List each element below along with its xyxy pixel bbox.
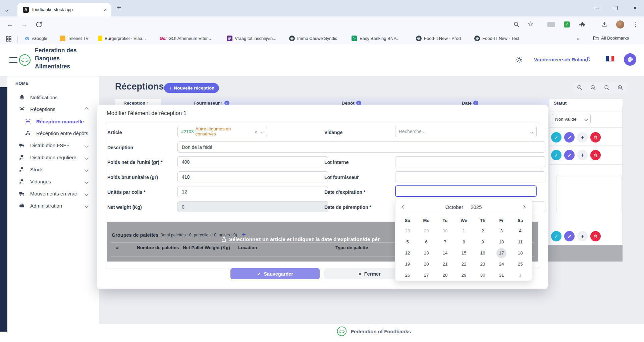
zoom-out-icon[interactable] xyxy=(590,84,596,91)
bookmark-foodit-test[interactable]: Food-IT New - Test xyxy=(474,36,519,41)
chevron-down-icon[interactable] xyxy=(261,129,263,134)
calendar-day[interactable]: 22 xyxy=(454,259,473,270)
edit-button[interactable] xyxy=(564,132,575,142)
hamburger-menu-icon[interactable] xyxy=(9,57,17,63)
calendar-day[interactable]: 14 xyxy=(436,247,454,259)
clear-icon[interactable]: × xyxy=(255,129,258,134)
bookmark-immo[interactable]: Immo Cauwe Syndic xyxy=(289,36,337,41)
calendar-day[interactable]: 16 xyxy=(473,247,492,259)
back-icon[interactable]: ← xyxy=(7,21,13,28)
save-button[interactable]: ✓ Sauvegarder xyxy=(230,268,320,279)
add-button[interactable]: + xyxy=(577,231,588,241)
delete-button[interactable] xyxy=(590,150,601,160)
forward-icon[interactable]: → xyxy=(21,21,28,28)
calendar-day[interactable]: 19 xyxy=(398,259,417,270)
apps-grid-icon[interactable] xyxy=(6,36,11,42)
window-maximize-button[interactable] xyxy=(611,3,621,13)
calendar-day[interactable]: 10 xyxy=(492,236,511,247)
add-button[interactable]: + xyxy=(577,150,588,160)
date-expiration-input[interactable] xyxy=(395,185,537,197)
sidebar-item-distribution-fse[interactable]: Distribution FSE+ xyxy=(19,140,90,150)
checker-extension-icon[interactable]: ✓ xyxy=(564,21,570,27)
poids-net-input[interactable] xyxy=(177,156,328,167)
new-reception-button[interactable]: + Nouvelle réception xyxy=(164,83,219,93)
calendar-day[interactable]: 30 xyxy=(473,270,492,281)
lot-fournisseur-input[interactable] xyxy=(395,171,545,182)
article-select[interactable]: #2103 Autre légumes en conserves × xyxy=(177,126,267,137)
new-tab-button[interactable]: + xyxy=(117,3,121,12)
add-button[interactable]: + xyxy=(577,132,588,142)
bookmark-burgerprofiel[interactable]: Burgerprofiel - Vlaa... xyxy=(98,36,146,41)
calendar-day[interactable]: 7 xyxy=(436,236,454,247)
calendar-day[interactable]: 11 xyxy=(511,236,530,247)
window-minimize-button[interactable] xyxy=(592,3,601,13)
theme-palette-button[interactable] xyxy=(624,53,636,66)
status-select[interactable]: Non validé xyxy=(552,114,591,124)
person-icon[interactable] xyxy=(585,56,592,63)
sidebar-item-reception-entre-depots[interactable]: Réception entre dépôts xyxy=(25,128,95,138)
zoom-in-icon[interactable] xyxy=(617,84,624,91)
calendar-day[interactable]: 12 xyxy=(398,247,417,259)
poids-brut-input[interactable] xyxy=(177,171,328,182)
bookmark-vraag[interactable]: Vraag tot inschrijvin... xyxy=(227,36,276,41)
sidebar-item-reception-manuelle[interactable]: Réception manuelle xyxy=(25,117,92,126)
calendar-day[interactable]: 15 xyxy=(454,247,473,259)
calendar-day[interactable]: 18 xyxy=(511,247,530,259)
calendar-day[interactable]: 17 xyxy=(492,247,511,259)
search-icon[interactable] xyxy=(604,84,610,91)
calendar-day[interactable]: 28 xyxy=(398,225,417,236)
language-flag-fr[interactable] xyxy=(606,56,614,62)
sidebar-item-distribution-reguliere[interactable]: Distribution régulière xyxy=(19,153,90,162)
profile-avatar[interactable] xyxy=(616,20,624,28)
bookmark-telenet[interactable]: Telenet TV xyxy=(60,36,89,41)
calendar-day[interactable]: 30 xyxy=(436,225,454,236)
calendar-next-icon[interactable] xyxy=(521,203,526,211)
calendar-day[interactable]: 6 xyxy=(417,236,436,247)
edit-button[interactable] xyxy=(564,150,575,160)
calendar-day[interactable]: 23 xyxy=(473,259,492,270)
calendar-prev-icon[interactable] xyxy=(401,203,406,211)
validate-button[interactable]: ✓ xyxy=(551,150,561,160)
calendar-day[interactable]: 1 xyxy=(454,225,473,236)
calendar-day[interactable]: 29 xyxy=(454,270,473,281)
chevron-down-icon[interactable] xyxy=(531,129,533,134)
calendar-day[interactable]: 31 xyxy=(492,270,511,281)
delete-button[interactable] xyxy=(590,231,601,241)
window-close-button[interactable]: × xyxy=(630,3,640,13)
calendar-month[interactable]: October xyxy=(445,204,463,210)
calendar-day[interactable]: 24 xyxy=(492,259,511,270)
calendar-day[interactable]: 5 xyxy=(398,236,417,247)
lot-interne-input[interactable] xyxy=(395,156,545,167)
calendar-day[interactable]: 13 xyxy=(417,247,436,259)
description-input[interactable] xyxy=(177,141,545,153)
validate-button[interactable]: ✓ xyxy=(551,132,561,142)
calendar-day[interactable]: 26 xyxy=(398,270,417,281)
sidebar-item-mouvements[interactable]: Mouvements en vrac xyxy=(19,189,90,198)
sidebar-item-notifications[interactable]: Notifications xyxy=(19,93,90,102)
unites-par-colis-input[interactable] xyxy=(177,186,328,197)
zoom-out-icon[interactable] xyxy=(577,84,583,91)
calendar-day[interactable]: 8 xyxy=(454,236,473,247)
downloads-icon[interactable] xyxy=(601,21,608,27)
user-menu[interactable]: Vandermeersch Roland xyxy=(534,57,588,62)
edit-button[interactable] xyxy=(564,231,575,241)
calendar-day[interactable]: 1 xyxy=(511,270,530,281)
bookmark-foodit-prod[interactable]: Food-It New - Prod xyxy=(416,36,461,41)
browser-tab[interactable]: A foodbanks-stock-app × xyxy=(17,3,111,16)
calendar-day[interactable]: 9 xyxy=(473,236,492,247)
sidebar-item-receptions[interactable]: Réceptions xyxy=(19,104,90,114)
dimmed-extension-icon[interactable] xyxy=(547,22,555,27)
all-bookmarks-button[interactable]: All Bookmarks xyxy=(593,36,629,41)
bookmark-go-atheneum[interactable]: Go! GO! Atheneum Etter... xyxy=(160,36,211,41)
vidange-select[interactable]: Recherche... xyxy=(395,126,537,137)
calendar-year[interactable]: 2025 xyxy=(471,204,482,210)
sidebar-item-stock[interactable]: Stock xyxy=(19,165,90,174)
calendar-day[interactable]: 29 xyxy=(417,225,436,236)
calendar-day[interactable]: 3 xyxy=(492,225,511,236)
bookmark-easy-banking[interactable]: Easy Banking BNP... xyxy=(352,36,399,41)
zoom-feature-icon[interactable] xyxy=(513,21,520,28)
calendar-day[interactable]: 20 xyxy=(417,259,436,270)
bookmarks-overflow-icon[interactable]: » xyxy=(577,36,580,41)
delete-button[interactable] xyxy=(590,132,601,142)
bookmark-igoogle[interactable]: G iGoogle xyxy=(24,36,47,41)
